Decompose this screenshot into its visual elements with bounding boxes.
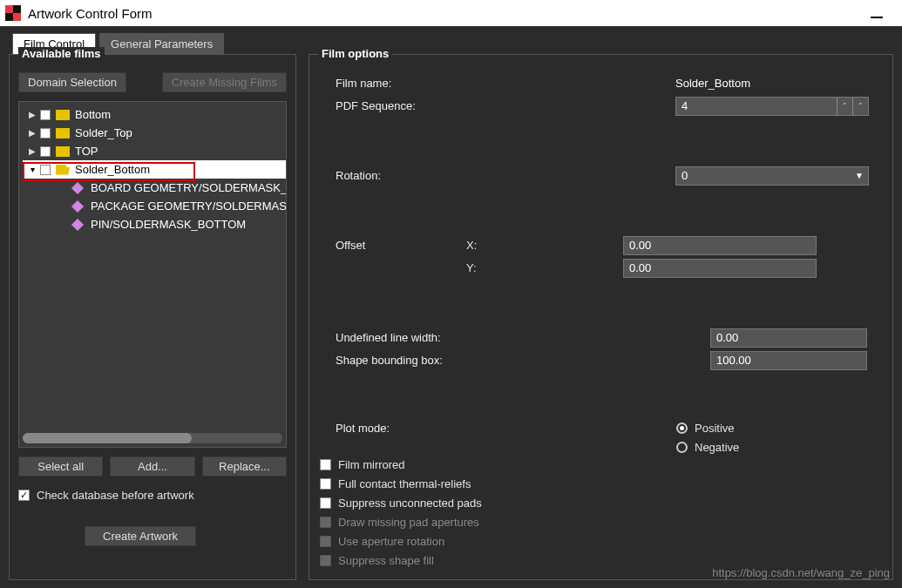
- rotation-value: 0: [676, 169, 851, 182]
- rotation-dropdown[interactable]: 0 ▼: [675, 166, 869, 186]
- undefined-line-width-label: Undefined line width:: [318, 331, 545, 344]
- pdf-sequence-label: PDF Sequence:: [318, 99, 466, 112]
- offset-y-value: 0.00: [629, 261, 651, 274]
- window-titlebar: Artwork Control Form: [0, 0, 902, 26]
- tab-bar: Film Control General Parameters: [9, 33, 893, 54]
- create-missing-films-button[interactable]: Create Missing Films: [162, 72, 287, 92]
- radio-icon[interactable]: [676, 442, 688, 453]
- pdf-sequence-spinner[interactable]: 4 ˄ ˅: [675, 97, 869, 116]
- watermark-text: https://blog.csdn.net/wang_ze_ping: [712, 566, 890, 579]
- tree-child[interactable]: PACKAGE GEOMETRY/SOLDERMASK_BOTTOM: [23, 197, 287, 215]
- app-icon: [5, 5, 21, 21]
- available-films-panel: Available films Domain Selection Create …: [9, 54, 296, 580]
- tree-label: TOP: [75, 145, 98, 158]
- tree-item-top[interactable]: ▶ TOP: [23, 142, 287, 160]
- available-films-legend: Available films: [18, 47, 105, 60]
- plot-negative-radio[interactable]: Negative: [675, 438, 884, 457]
- radio-label: Positive: [695, 422, 735, 435]
- tree-item-bottom[interactable]: ▶ Bottom: [23, 105, 287, 124]
- tree-label: BOARD GEOMETRY/SOLDERMASK_BOTTOM: [91, 181, 287, 194]
- create-artwork-button[interactable]: Create Artwork: [85, 526, 196, 546]
- offset-x-input[interactable]: 0.00: [623, 236, 817, 255]
- check-db-label: Check database before artwork: [37, 489, 194, 502]
- aperture-rotation-option: Use aperture rotation: [318, 532, 675, 551]
- checkbox[interactable]: [40, 128, 51, 139]
- scroll-thumb[interactable]: [23, 433, 192, 443]
- opt-label: Film mirrored: [338, 458, 405, 471]
- offset-x-label: X:: [466, 239, 477, 252]
- suppress-shape-option: Suppress shape fill: [318, 551, 675, 571]
- shape-bounding-box-input[interactable]: 100.00: [710, 351, 867, 370]
- tree-label: Solder_Top: [75, 126, 132, 139]
- minimize-button[interactable]: [871, 17, 883, 18]
- plot-positive-radio[interactable]: Positive: [675, 419, 884, 438]
- tree-child[interactable]: BOARD GEOMETRY/SOLDERMASK_BOTTOM: [23, 179, 287, 197]
- undefined-line-width-input[interactable]: 0.00: [710, 328, 867, 348]
- films-tree[interactable]: ▶ Bottom ▶ Solder_Top ▶: [18, 101, 287, 448]
- opt-label: Full contact thermal-reliefs: [338, 477, 471, 490]
- chevron-right-icon[interactable]: ▶: [28, 146, 37, 156]
- opt-label: Use aperture rotation: [338, 535, 444, 548]
- layer-icon: [71, 218, 84, 230]
- film-name-value: Solder_Bottom: [675, 77, 750, 90]
- tree-label: PACKAGE GEOMETRY/SOLDERMASK_BOTTOM: [91, 199, 287, 213]
- check-db-checkbox[interactable]: ✓: [18, 490, 30, 501]
- checkbox[interactable]: [320, 459, 331, 470]
- select-all-button[interactable]: Select all: [18, 456, 103, 476]
- checkbox[interactable]: [320, 478, 331, 490]
- suppress-pads-option[interactable]: Suppress unconnected pads: [318, 494, 675, 513]
- checkbox: [320, 517, 331, 528]
- shape-bb-value: 100.00: [716, 354, 751, 367]
- chevron-down-icon[interactable]: ▼: [851, 171, 868, 180]
- offset-y-input[interactable]: 0.00: [623, 259, 817, 278]
- checkbox[interactable]: [40, 165, 51, 175]
- film-options-panel: Film options Film name: Solder_Bottom PD…: [309, 54, 893, 580]
- film-name-label: Film name:: [318, 77, 466, 90]
- rotation-label: Rotation:: [318, 169, 466, 182]
- replace-button[interactable]: Replace...: [202, 456, 287, 476]
- checkbox[interactable]: [40, 146, 51, 157]
- undef-line-value: 0.00: [716, 331, 738, 344]
- tab-general-parameters[interactable]: General Parameters: [99, 33, 224, 54]
- tree-child[interactable]: PIN/SOLDERMASK_BOTTOM: [23, 215, 287, 233]
- radio-icon[interactable]: [676, 422, 688, 434]
- full-contact-option[interactable]: Full contact thermal-reliefs: [318, 475, 675, 494]
- chevron-down-icon[interactable]: ˅: [852, 98, 868, 115]
- layer-icon: [71, 199, 84, 212]
- add-button[interactable]: Add...: [110, 456, 194, 476]
- folder-open-icon: [56, 165, 70, 175]
- offset-label: Offset: [318, 239, 466, 252]
- chevron-right-icon[interactable]: ▶: [28, 110, 37, 119]
- tree-label: Solder_Bottom: [75, 163, 150, 176]
- chevron-up-icon[interactable]: ˄: [837, 98, 852, 115]
- radio-label: Negative: [695, 441, 739, 454]
- chevron-down-icon[interactable]: ▾: [28, 165, 37, 174]
- offset-y-label: Y:: [466, 261, 477, 274]
- chevron-right-icon[interactable]: ▶: [28, 128, 37, 138]
- window-title: Artwork Control Form: [28, 6, 153, 21]
- check-db-row[interactable]: ✓ Check database before artwork: [18, 489, 287, 502]
- tree-label: Bottom: [75, 108, 111, 121]
- offset-x-value: 0.00: [629, 239, 651, 252]
- horizontal-scrollbar[interactable]: [23, 433, 282, 443]
- checkbox[interactable]: [40, 110, 51, 120]
- domain-selection-button[interactable]: Domain Selection: [18, 72, 126, 92]
- opt-label: Suppress unconnected pads: [338, 497, 482, 510]
- film-mirrored-option[interactable]: Film mirrored: [318, 456, 675, 475]
- film-options-legend: Film options: [318, 47, 392, 60]
- tree-item-solder-bottom[interactable]: ▾ Solder_Bottom: [23, 160, 287, 179]
- plot-mode-label: Plot mode:: [318, 422, 466, 435]
- pdf-sequence-value: 4: [676, 99, 837, 112]
- checkbox: [320, 536, 331, 547]
- folder-icon: [56, 128, 70, 139]
- shape-bounding-box-label: Shape bounding box:: [318, 354, 545, 367]
- checkbox: [320, 555, 331, 566]
- opt-label: Suppress shape fill: [338, 554, 434, 567]
- checkbox[interactable]: [320, 497, 331, 509]
- draw-missing-option: Draw missing pad apertures: [318, 513, 675, 532]
- folder-icon: [56, 146, 70, 157]
- tree-label: PIN/SOLDERMASK_BOTTOM: [91, 218, 246, 231]
- tree-item-solder-top[interactable]: ▶ Solder_Top: [23, 124, 287, 142]
- opt-label: Draw missing pad apertures: [338, 516, 479, 529]
- layer-icon: [71, 181, 84, 193]
